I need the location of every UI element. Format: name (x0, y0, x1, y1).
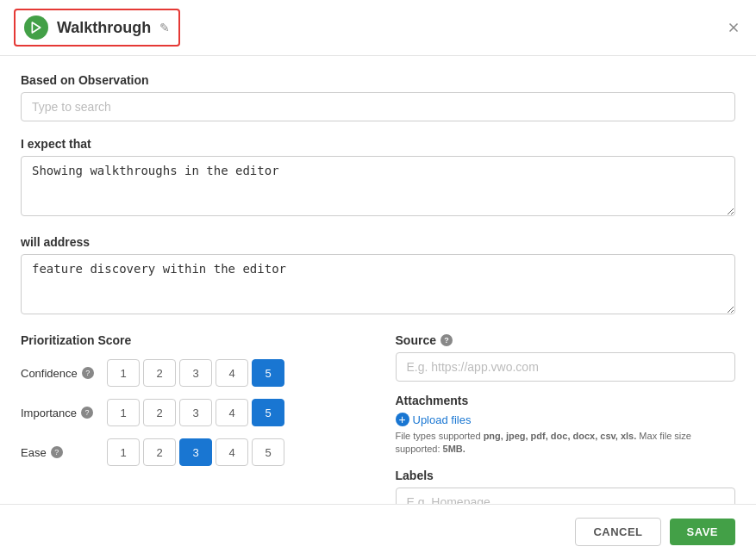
will-address-textarea[interactable]: feature discovery within the editor (21, 254, 735, 314)
importance-btn-2[interactable]: 2 (143, 399, 176, 426)
upload-text: Upload files (413, 413, 472, 426)
confidence-btn-4[interactable]: 4 (216, 359, 248, 387)
importance-row: Importance ? 1 2 3 4 5 (21, 399, 361, 426)
will-address-label: will address (21, 235, 735, 249)
confidence-btn-1[interactable]: 1 (107, 359, 140, 387)
modal-body: Based on Observation I expect that Showi… (0, 56, 756, 508)
importance-btn-4[interactable]: 4 (216, 399, 248, 426)
save-button[interactable]: SAVE (670, 519, 735, 545)
confidence-btn-2[interactable]: 2 (143, 359, 176, 387)
prioritization-section: Prioritization Score Confidence ? 1 2 3 … (21, 333, 361, 508)
modal-footer: CANCEL SAVE (0, 504, 756, 559)
confidence-buttons: 1 2 3 4 5 (107, 359, 284, 387)
importance-btn-5[interactable]: 5 (252, 399, 284, 426)
modal-header: Walkthrough ✎ (0, 0, 756, 56)
importance-buttons: 1 2 3 4 5 (107, 399, 284, 426)
ease-label: Ease ? (21, 446, 107, 459)
cancel-button[interactable]: CANCEL (575, 518, 660, 546)
walkthrough-icon (24, 16, 48, 40)
labels-title: Labels (396, 469, 736, 482)
observation-input[interactable] (21, 92, 735, 121)
header-brand: Walkthrough ✎ (14, 9, 180, 47)
svg-marker-0 (32, 22, 40, 33)
source-label: Source ? (396, 333, 736, 347)
prioritization-title: Prioritization Score (21, 333, 361, 347)
confidence-btn-3[interactable]: 3 (179, 359, 212, 387)
attachments-title: Attachments (396, 394, 736, 407)
importance-btn-1[interactable]: 1 (107, 399, 140, 426)
right-column: Source ? Attachments + Upload files File… (396, 333, 736, 508)
will-address-group: will address feature discovery within th… (21, 235, 735, 318)
close-button[interactable] (722, 16, 746, 40)
confidence-label: Confidence ? (21, 367, 107, 380)
source-input[interactable] (396, 352, 736, 382)
importance-label: Importance ? (21, 407, 107, 419)
ease-btn-2[interactable]: 2 (143, 438, 176, 466)
modal: Walkthrough ✎ Based on Observation I exp… (0, 0, 756, 559)
upload-files-link[interactable]: + Upload files (396, 413, 736, 426)
labels-section: Labels (396, 469, 736, 508)
expect-textarea[interactable]: Showing walkthroughs in the editor (21, 156, 735, 216)
ease-buttons: 1 2 3 4 5 (107, 438, 284, 466)
ease-btn-1[interactable]: 1 (107, 438, 140, 466)
confidence-btn-5[interactable]: 5 (252, 359, 284, 387)
edit-icon[interactable]: ✎ (159, 21, 170, 34)
ease-row: Ease ? 1 2 3 4 5 (21, 438, 361, 466)
ease-btn-4[interactable]: 4 (216, 438, 248, 466)
expect-group: I expect that Showing walkthroughs in th… (21, 137, 735, 220)
confidence-help-icon[interactable]: ? (82, 367, 94, 379)
observation-group: Based on Observation (21, 73, 735, 121)
observation-label: Based on Observation (21, 73, 735, 87)
ease-btn-3[interactable]: 3 (179, 438, 212, 466)
source-section: Source ? (396, 333, 736, 382)
confidence-row: Confidence ? 1 2 3 4 5 (21, 359, 361, 387)
modal-title: Walkthrough (57, 19, 151, 37)
ease-btn-5[interactable]: 5 (252, 438, 284, 466)
expect-label: I expect that (21, 137, 735, 151)
importance-btn-3[interactable]: 3 (179, 399, 212, 426)
two-col-section: Prioritization Score Confidence ? 1 2 3 … (21, 333, 735, 508)
attachments-section: Attachments + Upload files File types su… (396, 394, 736, 457)
source-help-icon[interactable]: ? (440, 334, 453, 346)
importance-help-icon[interactable]: ? (81, 407, 93, 419)
file-info: File types supported png, jpeg, pdf, doc… (396, 430, 736, 457)
upload-plus-icon: + (396, 413, 409, 426)
ease-help-icon[interactable]: ? (51, 446, 63, 458)
